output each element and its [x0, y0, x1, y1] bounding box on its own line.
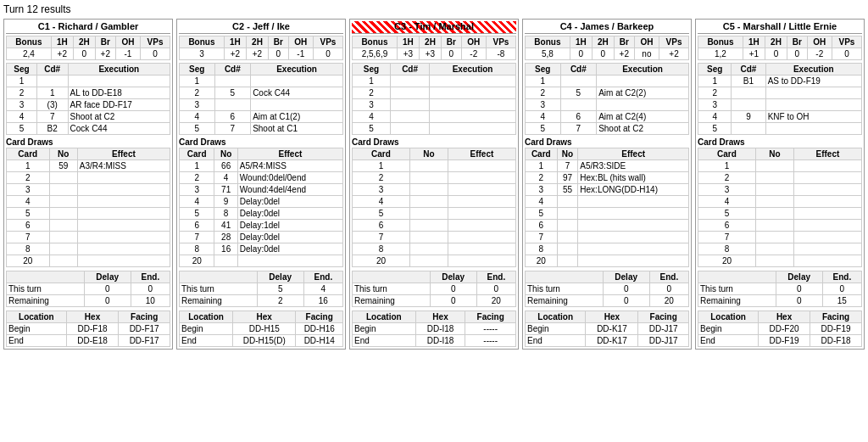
bonus-table-c2: Bonus1H2HBrOHVPs3+2+20-10 — [179, 36, 343, 60]
bonus-table-c3: Bonus1H2HBrOHVPs2,5,6,9+3+30-2-8 — [352, 36, 516, 60]
card-draws-table-c5: CardNoEffect1234567820 — [698, 148, 862, 267]
summary-table-c1: DelayEnd.This turn00Remaining010 — [6, 271, 170, 307]
summary-table-c4: DelayEnd.This turn00Remaining020 — [525, 271, 689, 307]
location-table-c4: LocationHexFacingBeginDD-K17DD-J17EndDD-… — [525, 311, 689, 347]
player-col-c3: C3 - Tim / MarshalBonus1H2HBrOHVPs2,5,6,… — [349, 19, 519, 350]
seg-table-c5: SegCd#Execution1B1AS to DD-F192349KNF to… — [698, 63, 862, 135]
card-draws-table-c1: CardNoEffect159A3/R4:MISS234567820 — [6, 148, 170, 267]
card-draws-label-c2: Card Draws — [179, 137, 343, 147]
player-header-c4: C4 - James / Barkeep — [525, 21, 689, 34]
location-table-c3: LocationHexFacingBeginDD-I18-----EndDD-I… — [352, 311, 516, 347]
summary-table-c3: DelayEnd.This turn00Remaining020 — [352, 271, 516, 307]
card-draws-table-c4: CardNoEffect17A5/R3:SIDE297Hex:BL (hits … — [525, 148, 689, 267]
card-draws-label-c1: Card Draws — [6, 137, 170, 147]
location-table-c2: LocationHexFacingBeginDD-H15DD-H16EndDD-… — [179, 311, 343, 347]
bonus-table-c4: Bonus1H2HBrOHVPs5,800+2no+2 — [525, 36, 689, 60]
seg-table-c1: SegCd#Execution121AL to DD-E183(3)AR fac… — [6, 63, 170, 135]
card-draws-label-c4: Card Draws — [525, 137, 689, 147]
bonus-table-c5: Bonus1H2HBrOHVPs1,2+100-20 — [698, 36, 862, 60]
location-table-c5: LocationHexFacingBeginDD-F20DD-F19EndDD-… — [698, 311, 862, 347]
player-header-c1: C1 - Richard / Gambler — [6, 21, 170, 34]
card-draws-label-c3: Card Draws — [352, 137, 516, 147]
card-draws-table-c3: CardNoEffect1234567820 — [352, 148, 516, 267]
card-draws-table-c2: CardNoEffect166A5/R4:MISS24Wound:0del/0e… — [179, 148, 343, 267]
card-draws-label-c5: Card Draws — [698, 137, 862, 147]
seg-table-c3: SegCd#Execution12345 — [352, 63, 516, 135]
location-table-c1: LocationHexFacingBeginDD-F18DD-F17EndDD-… — [6, 311, 170, 347]
page-title: Turn 12 results — [3, 3, 865, 15]
bonus-table-c1: Bonus1H2HBrOHVPs2,4+20+2-10 — [6, 36, 170, 60]
seg-table-c4: SegCd#Execution125Aim at C2(2)346Aim at … — [525, 63, 689, 135]
player-col-c4: C4 - James / BarkeepBonus1H2HBrOHVPs5,80… — [522, 19, 692, 350]
summary-table-c5: DelayEnd.This turn00Remaining015 — [698, 271, 862, 307]
player-header-c2: C2 - Jeff / Ike — [179, 21, 343, 34]
player-col-c2: C2 - Jeff / IkeBonus1H2HBrOHVPs3+2+20-10… — [176, 19, 346, 350]
summary-table-c2: DelayEnd.This turn54Remaining216 — [179, 271, 343, 307]
player-header-c5: C5 - Marshall / Little Ernie — [698, 21, 862, 34]
seg-table-c2: SegCd#Execution125Cock C44346Aim at C1(2… — [179, 63, 343, 135]
main-grid: C1 - Richard / GamblerBonus1H2HBrOHVPs2,… — [3, 19, 865, 350]
player-header-c3: C3 - Tim / Marshal — [352, 21, 516, 34]
player-col-c5: C5 - Marshall / Little ErnieBonus1H2HBrO… — [695, 19, 865, 350]
player-col-c1: C1 - Richard / GamblerBonus1H2HBrOHVPs2,… — [3, 19, 173, 350]
